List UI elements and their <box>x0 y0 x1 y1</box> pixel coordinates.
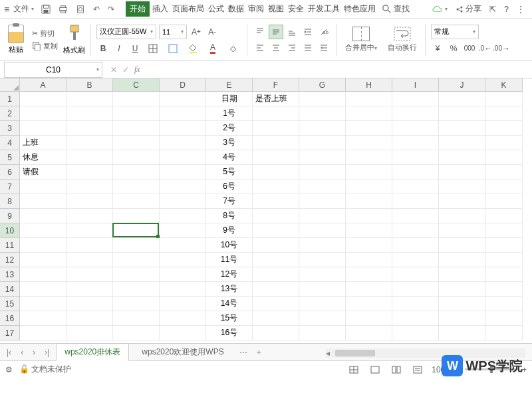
cell-B12[interactable] <box>66 253 113 267</box>
cell-H1[interactable] <box>346 92 392 106</box>
cell-I4[interactable] <box>392 136 439 150</box>
cell-J13[interactable] <box>439 267 485 282</box>
cell-D15[interactable] <box>160 297 206 311</box>
cell-B16[interactable] <box>66 311 113 326</box>
cell-G10[interactable] <box>299 223 346 238</box>
name-box[interactable]: C10▾ <box>4 62 102 78</box>
cell-B14[interactable] <box>66 282 113 297</box>
cell-K12[interactable] <box>485 253 523 267</box>
align-left-icon[interactable] <box>253 41 267 55</box>
cell-G13[interactable] <box>299 267 346 282</box>
cell-K6[interactable] <box>485 165 523 180</box>
cell-G5[interactable] <box>299 150 346 165</box>
tab-review[interactable]: 审阅 <box>247 1 265 17</box>
number-format-select[interactable]: 常规▾ <box>431 25 479 39</box>
row-header-10[interactable]: 10 <box>0 223 20 238</box>
cell-A7[interactable] <box>20 180 66 194</box>
cell-E6[interactable]: 5号 <box>206 165 253 180</box>
page-layout-view-icon[interactable] <box>368 364 382 375</box>
row-header-3[interactable]: 3 <box>0 121 20 136</box>
cell-D17[interactable] <box>160 326 206 340</box>
cell-J11[interactable] <box>439 238 485 253</box>
cell-F14[interactable] <box>253 282 299 297</box>
reading-view-icon[interactable] <box>410 364 425 375</box>
cell-B8[interactable] <box>66 194 113 209</box>
row-header-5[interactable]: 5 <box>0 150 20 165</box>
cell-C7[interactable] <box>113 180 160 194</box>
orientation-icon[interactable]: ab <box>317 25 331 39</box>
cell-I15[interactable] <box>392 297 439 311</box>
cell-H13[interactable] <box>346 267 392 282</box>
tab-view[interactable]: 视图 <box>267 1 285 17</box>
cell-F9[interactable] <box>253 209 299 223</box>
col-header-K[interactable]: K <box>485 78 523 92</box>
cell-G15[interactable] <box>299 297 346 311</box>
cell-B17[interactable] <box>66 326 113 340</box>
cell-C15[interactable] <box>113 297 160 311</box>
align-center-icon[interactable] <box>269 41 283 55</box>
cell-C1[interactable] <box>113 92 160 106</box>
search-box[interactable]: 查找 <box>378 2 414 16</box>
help-icon[interactable]: ? <box>501 3 512 15</box>
tab-list-icon[interactable]: ⋯ <box>237 346 250 358</box>
cell-F2[interactable] <box>253 106 299 121</box>
cell-F3[interactable] <box>253 121 299 136</box>
cell-I12[interactable] <box>392 253 439 267</box>
cell-K10[interactable] <box>485 223 523 238</box>
cell-H14[interactable] <box>346 282 392 297</box>
cell-E16[interactable]: 15号 <box>206 311 253 326</box>
cell-C6[interactable] <box>113 165 160 180</box>
tab-data[interactable]: 数据 <box>227 1 245 17</box>
undo-icon[interactable]: ↶ <box>90 3 103 15</box>
cell-C16[interactable] <box>113 311 160 326</box>
cell-A14[interactable] <box>20 282 66 297</box>
cell-J17[interactable] <box>439 326 485 340</box>
accept-formula-icon[interactable]: ✓ <box>122 65 129 74</box>
cell-D5[interactable] <box>160 150 206 165</box>
cell-K8[interactable] <box>485 194 523 209</box>
formula-input[interactable] <box>146 63 524 76</box>
cell-G6[interactable] <box>299 165 346 180</box>
cell-B1[interactable] <box>66 92 113 106</box>
last-tab-icon[interactable]: ›| <box>42 346 52 358</box>
print-preview-icon[interactable] <box>72 3 88 15</box>
cell-F4[interactable] <box>253 136 299 150</box>
cell-A5[interactable]: 休息 <box>20 150 66 165</box>
tab-formulas[interactable]: 公式 <box>207 1 225 17</box>
tab-insert[interactable]: 插入 <box>151 1 170 17</box>
cell-G9[interactable] <box>299 209 346 223</box>
sheet-tab-0[interactable]: wps2020排休表 <box>56 343 129 361</box>
cell-E10[interactable]: 9号 <box>206 223 253 238</box>
cell-F5[interactable] <box>253 150 299 165</box>
cell-H16[interactable] <box>346 311 392 326</box>
hamburger-icon[interactable]: ≡ <box>4 4 9 15</box>
clear-format-button[interactable]: ◇ <box>224 42 241 55</box>
align-right-icon[interactable] <box>285 41 299 55</box>
cell-K14[interactable] <box>485 282 523 297</box>
thousands-icon[interactable]: 000 <box>463 42 476 55</box>
cell-H7[interactable] <box>346 180 392 194</box>
cell-J1[interactable] <box>439 92 485 106</box>
cell-E1[interactable]: 日期 <box>206 92 253 106</box>
cancel-formula-icon[interactable]: ✕ <box>110 65 117 74</box>
increase-font-icon[interactable]: A+ <box>190 25 203 39</box>
cell-G2[interactable] <box>299 106 346 121</box>
row-header-4[interactable]: 4 <box>0 136 20 150</box>
sheet-tab-1[interactable]: wps2020欢迎使用WPS <box>133 343 232 361</box>
cell-K7[interactable] <box>485 180 523 194</box>
col-header-C[interactable]: C <box>113 78 160 92</box>
cell-E2[interactable]: 1号 <box>206 106 253 121</box>
row-header-2[interactable]: 2 <box>0 106 20 121</box>
cell-J3[interactable] <box>439 121 485 136</box>
save-icon[interactable] <box>38 3 54 15</box>
cell-E12[interactable]: 11号 <box>206 253 253 267</box>
cell-I1[interactable] <box>392 92 439 106</box>
cell-H2[interactable] <box>346 106 392 121</box>
border-button[interactable] <box>144 42 162 55</box>
cell-E7[interactable]: 6号 <box>206 180 253 194</box>
cell-H4[interactable] <box>346 136 392 150</box>
currency-icon[interactable]: ¥ <box>431 42 444 55</box>
cell-E11[interactable]: 10号 <box>206 238 253 253</box>
row-header-11[interactable]: 11 <box>0 238 20 253</box>
cell-B13[interactable] <box>66 267 113 282</box>
